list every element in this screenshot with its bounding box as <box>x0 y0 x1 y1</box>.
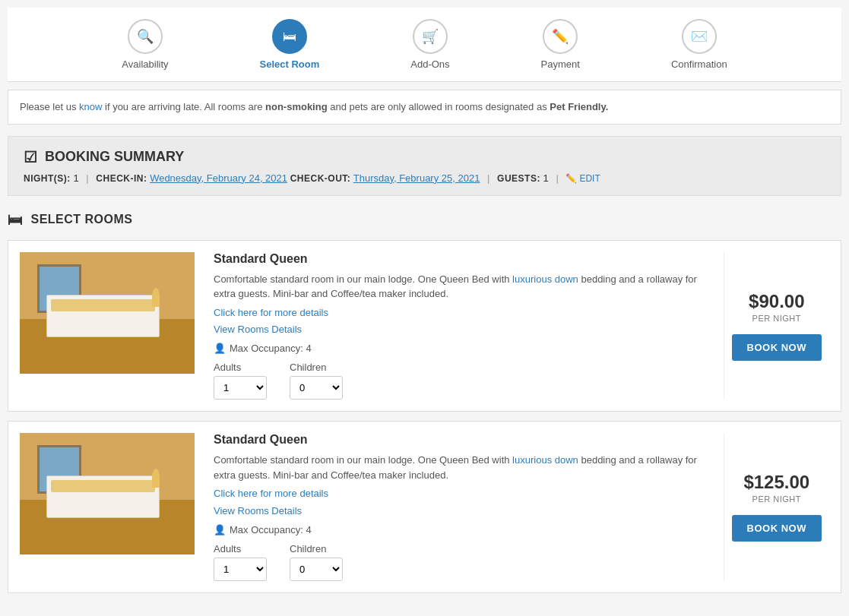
room-desc-1: Comfortable standard room in our main lo… <box>214 272 705 302</box>
room-pricing-2: $125.00 PER NIGHT BOOK NOW <box>724 433 829 581</box>
room-image-1 <box>20 252 195 374</box>
room-desc-2: Comfortable standard room in our main lo… <box>214 453 705 482</box>
pencil-icon: ✏️ <box>565 173 577 184</box>
adults-select-2[interactable]: 1 2 3 4 <box>214 558 267 581</box>
room-info-1: Standard Queen Comfortable standard room… <box>206 252 712 400</box>
room-card-2: Standard Queen Comfortable standard room… <box>8 421 841 593</box>
room-name-2: Standard Queen <box>214 433 705 447</box>
main-lodge-link-2[interactable]: luxurious down <box>512 454 578 466</box>
payment-label: Payment <box>541 58 580 70</box>
checkout-date[interactable]: Thursday, February 25, 2021 <box>353 172 480 184</box>
person-icon-2: 👤 <box>214 524 226 535</box>
view-rooms-details-link-2[interactable]: View Rooms Details <box>214 505 705 516</box>
bed-icon: 🛏 <box>8 211 24 229</box>
occupancy-row-2: 👤 Max Occupancy: 4 <box>214 524 705 535</box>
children-label-2: Children <box>290 543 343 554</box>
guest-selects-1: Adults 1 2 3 4 Children 0 1 2 <box>214 362 705 400</box>
main-lodge-link-1[interactable]: luxurious down <box>512 273 578 285</box>
per-night-1: PER NIGHT <box>752 314 801 323</box>
occupancy-row-1: 👤 Max Occupancy: 4 <box>214 343 705 354</box>
availability-label: Availability <box>122 58 168 70</box>
checkout-label: CHECK-OUT: <box>290 173 351 184</box>
guest-selects-2: Adults 1 2 3 4 Children 0 1 2 <box>214 543 705 581</box>
nights-value: 1 <box>73 172 78 184</box>
checkin-date[interactable]: Wednesday, February 24, 2021 <box>150 172 287 184</box>
max-occupancy-1: Max Occupancy: 4 <box>230 343 312 354</box>
step-payment[interactable]: ✏️ Payment <box>541 19 580 70</box>
edit-button[interactable]: ✏️ EDIT <box>565 173 600 184</box>
guests-label: GUESTS: <box>497 173 540 184</box>
adults-label-1: Adults <box>214 362 267 373</box>
summary-checkmark-icon: ☑ <box>24 148 37 166</box>
price-1: $90.00 <box>749 291 804 312</box>
person-icon-1: 👤 <box>214 343 226 354</box>
notice-bar: Please let us know if you are arriving l… <box>8 90 841 125</box>
max-occupancy-2: Max Occupancy: 4 <box>230 524 312 535</box>
confirmation-label: Confirmation <box>671 58 727 70</box>
adults-select-1[interactable]: 1 2 3 4 <box>214 376 267 400</box>
add-ons-label: Add-Ons <box>410 58 449 70</box>
room-pricing-1: $90.00 PER NIGHT BOOK NOW <box>724 252 829 400</box>
booking-summary: ☑ BOOKING SUMMARY NIGHT(S): 1 | CHECK-IN… <box>8 136 841 196</box>
per-night-2: PER NIGHT <box>752 494 801 504</box>
select-room-label: Select Room <box>260 58 320 70</box>
step-availability[interactable]: 🔍 Availability <box>122 19 168 70</box>
wizard-steps: 🔍 Availability 🛏 Select Room 🛒 Add-Ons ✏… <box>8 8 841 82</box>
children-label-1: Children <box>290 362 343 373</box>
children-select-2[interactable]: 0 1 2 3 <box>290 558 343 581</box>
children-select-1[interactable]: 0 1 2 3 <box>290 376 343 400</box>
click-here-link-1[interactable]: Click here for more details <box>214 307 328 318</box>
click-here-link-2[interactable]: Click here for more details <box>214 488 328 499</box>
know-link[interactable]: know <box>79 101 102 112</box>
availability-icon: 🔍 <box>128 19 163 54</box>
room-name-1: Standard Queen <box>214 252 705 266</box>
book-now-button-2[interactable]: BOOK NOW <box>732 515 822 542</box>
select-rooms-header: 🛏 SELECT ROOMS <box>8 211 841 229</box>
add-ons-icon: 🛒 <box>413 19 448 54</box>
book-now-button-1[interactable]: BOOK NOW <box>732 334 822 361</box>
checkin-label: CHECK-IN: <box>96 173 147 184</box>
select-room-icon: 🛏 <box>272 19 307 54</box>
booking-summary-title: BOOKING SUMMARY <box>45 149 184 165</box>
step-select-room[interactable]: 🛏 Select Room <box>260 19 320 70</box>
room-image-2 <box>20 433 195 554</box>
select-rooms-section: 🛏 SELECT ROOMS Standard Queen Comfortabl… <box>8 211 841 593</box>
room-card-1: Standard Queen Comfortable standard room… <box>8 240 841 412</box>
payment-icon: ✏️ <box>543 19 578 54</box>
nights-label: NIGHT(S): <box>24 173 71 184</box>
select-rooms-title: SELECT ROOMS <box>31 213 133 226</box>
guests-value: 1 <box>543 172 549 184</box>
step-add-ons[interactable]: 🛒 Add-Ons <box>410 19 449 70</box>
view-rooms-details-link-1[interactable]: View Rooms Details <box>214 324 705 335</box>
price-2: $125.00 <box>743 472 809 493</box>
confirmation-icon: ✉️ <box>682 19 717 54</box>
room-info-2: Standard Queen Comfortable standard room… <box>206 433 712 581</box>
adults-label-2: Adults <box>214 543 267 554</box>
step-confirmation[interactable]: ✉️ Confirmation <box>671 19 727 70</box>
